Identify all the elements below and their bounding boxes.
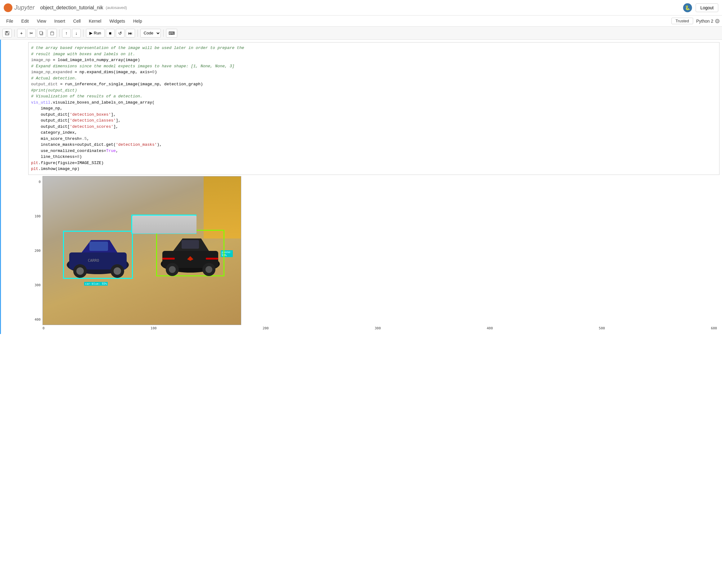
run-button[interactable]: ▶ Run — [86, 29, 105, 38]
toolbar-sep-5 — [163, 29, 164, 37]
save-icon — [5, 31, 9, 35]
image-canvas: phone: 99% car-blue: 93% car-red: 89% — [42, 176, 241, 325]
trusted-badge: Trusted — [671, 18, 693, 24]
jupyter-logo: Jupyter — [4, 3, 35, 12]
menu-help[interactable]: Help — [129, 17, 146, 25]
kernel-status-icon — [715, 19, 720, 23]
svg-rect-27 — [206, 258, 218, 259]
cell-type-select[interactable]: Code — [140, 29, 161, 38]
car-red-shape — [156, 230, 224, 276]
svg-rect-6 — [40, 31, 42, 35]
toolbar-sep-4 — [138, 29, 138, 37]
svg-rect-16 — [89, 241, 108, 251]
restart-run-all-button[interactable]: ⏭ — [126, 29, 135, 38]
menu-file[interactable]: File — [2, 17, 17, 25]
code-editor[interactable]: # the array based representation of the … — [28, 42, 720, 175]
menu-kernel[interactable]: Kernel — [85, 17, 105, 25]
svg-rect-3 — [6, 31, 8, 33]
code-cell: # the array based representation of the … — [0, 40, 722, 334]
keyboard-shortcuts-button[interactable]: ⌨ — [166, 29, 177, 38]
menu-insert[interactable]: Insert — [51, 17, 69, 25]
svg-point-15 — [114, 267, 121, 275]
save-button[interactable] — [2, 29, 12, 38]
orange-box — [204, 176, 241, 238]
x-label-200: 200 — [263, 326, 269, 330]
paste-button[interactable] — [47, 29, 57, 38]
x-label-100: 100 — [151, 326, 157, 330]
run-label: Run — [94, 31, 101, 35]
svg-point-24 — [205, 266, 212, 273]
toolbar-sep-1 — [14, 29, 15, 37]
svg-text:CARRO: CARRO — [88, 258, 99, 263]
run-icon: ▶ — [89, 31, 93, 35]
svg-rect-26 — [162, 258, 175, 259]
jupyter-wordmark: Jupyter — [14, 4, 35, 11]
svg-point-13 — [76, 267, 84, 275]
move-down-button[interactable]: ↓ — [72, 29, 81, 38]
menu-edit[interactable]: Edit — [18, 17, 33, 25]
copy-button[interactable] — [37, 29, 46, 38]
y-label-200: 200 — [35, 249, 41, 253]
x-axis: 0 100 200 300 400 500 600 — [42, 325, 717, 330]
notebook-title: object_detection_tutorial_nik — [40, 5, 103, 10]
main-content: # the array based representation of the … — [0, 40, 722, 334]
x-label-300: 300 — [375, 326, 381, 330]
stop-button[interactable]: ■ — [106, 29, 115, 38]
y-label-400: 400 — [35, 318, 41, 321]
toolbar: + ✂ ↑ ↓ ▶ Run ■ ↺ ⏭ Code ⌨ — [0, 27, 722, 40]
toolbar-sep-2 — [59, 29, 60, 37]
toolbar-sep-3 — [83, 29, 83, 37]
svg-rect-25 — [182, 240, 199, 249]
y-label-100: 100 — [35, 214, 41, 218]
add-cell-button[interactable]: + — [17, 29, 26, 38]
x-label-0: 0 — [42, 326, 45, 330]
x-label-500: 500 — [599, 326, 605, 330]
menu-widgets[interactable]: Widgets — [105, 17, 129, 25]
plot-area: phone: 99% car-blue: 93% car-red: 89% — [42, 176, 717, 330]
kernel-info: Python 2 — [696, 19, 720, 24]
cell-content: # the array based representation of the … — [26, 40, 722, 334]
menu-cell[interactable]: Cell — [69, 17, 84, 25]
restart-button[interactable]: ↺ — [116, 29, 124, 38]
x-label-400: 400 — [487, 326, 493, 330]
svg-text:🐍: 🐍 — [685, 5, 690, 10]
svg-rect-4 — [6, 33, 8, 35]
x-label-600: 600 — [711, 326, 717, 330]
menu-view[interactable]: View — [33, 17, 50, 25]
jupyter-icon — [4, 3, 13, 12]
menubar: File Edit View Insert Cell Kernel Widget… — [0, 16, 722, 27]
y-label-0: 0 — [39, 180, 41, 184]
topbar: Jupyter object_detection_tutorial_nik (a… — [0, 0, 722, 16]
autosaved-label: (autosaved) — [105, 5, 127, 10]
logout-button[interactable]: Logout — [696, 3, 718, 12]
car-blue-shape: CARRO — [63, 231, 133, 279]
y-label-300: 300 — [35, 283, 41, 287]
car-blue-detection-label: car-blue: 93% — [84, 282, 108, 286]
svg-rect-8 — [51, 31, 53, 33]
output-area: 0 100 200 300 400 — [28, 175, 720, 332]
phone-object — [132, 215, 197, 233]
paste-icon — [50, 31, 54, 35]
cut-button[interactable]: ✂ — [27, 29, 36, 38]
svg-point-22 — [169, 266, 176, 273]
kernel-label: Python 2 — [696, 19, 713, 24]
y-axis: 0 100 200 300 400 — [31, 176, 42, 330]
cell-prompt — [1, 40, 26, 334]
move-up-button[interactable]: ↑ — [62, 29, 71, 38]
python-icon: 🐍 — [683, 3, 693, 13]
copy-icon — [39, 31, 44, 35]
matplotlib-figure: 0 100 200 300 400 — [31, 176, 717, 330]
